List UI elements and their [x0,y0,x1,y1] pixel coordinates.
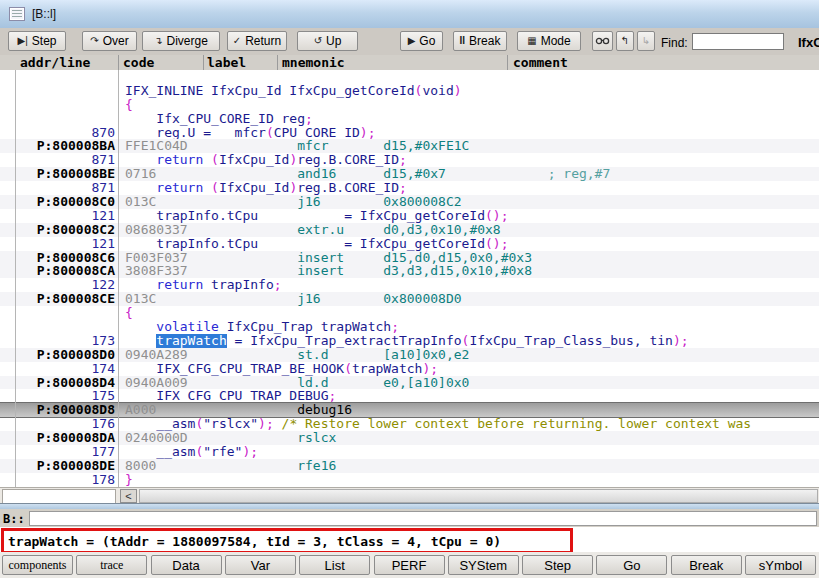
code-segment: __asm [125,417,195,431]
window-title: [B::l] [32,7,56,21]
return-button[interactable]: ✓Return [227,31,287,51]
code-row[interactable]: 121 trapInfo.tCpu = IfxCpu_getCoreId(); [0,237,819,251]
softkey-system[interactable]: SYStem [448,555,519,575]
forward-arrow-button[interactable]: ↳ [637,31,655,51]
command-input[interactable] [29,511,817,526]
code-row[interactable]: 871 return (IfxCpu_Id)reg.B.CORE_ID; [0,153,819,167]
softkey-trace[interactable]: trace [76,555,147,575]
code-row[interactable]: 870 reg.U = __mfcr(CPU_CORE_ID); [0,126,819,140]
code-row[interactable]: 176 __asm("rslcx"); /* Restore lower con… [0,417,819,431]
toolbar-button-label: Go [419,34,435,48]
up-icon: ↺ [314,36,322,46]
code-row[interactable]: 177 __asm("rfe"); [0,445,819,459]
code-row[interactable]: 173 trapWatch = IfxCpu_Trap_extractTrapI… [0,334,819,348]
code-text: reg.U = __mfcr(CPU_CORE_ID); [118,126,819,140]
over-button[interactable]: ↷Over [82,31,137,51]
code-row[interactable]: { [0,306,819,320]
code-row[interactable]: P:800008CA3808F337 insert d3,d3,d15,0x10… [0,264,819,278]
code-row[interactable]: IFX_INLINE IfxCpu_Id IfxCpu_getCoreId(vo… [0,84,819,98]
softkey-data[interactable]: Data [151,555,222,575]
code-segment: IfxCpu_Id [219,153,289,167]
code-segment [125,334,156,348]
addr-column-divider [118,70,119,487]
code-row[interactable]: 121 trapInfo.tCpu = IfxCpu_getCoreId(); [0,209,819,223]
step-icon: ▶| [18,36,28,46]
diverge-button[interactable]: ↴Diverge [142,31,220,51]
toolbar-overflow-text: IfxC [798,35,819,50]
code-row[interactable]: P:800008D40940A009 ld.d e0,[a10]0x0 [0,376,819,390]
toolbar-button-label: Return [245,34,281,48]
code-text: { [118,98,819,112]
window-titlebar[interactable]: [B::l] [0,0,819,29]
code-row[interactable]: 175 IFX_CFG_CPU_TRAP_DEBUG; [0,389,819,403]
code-segment: 013C [125,292,156,306]
code-segment: ; [399,153,407,167]
code-row[interactable]: P:800008C0013C j16 0x800008C2 [0,195,819,209]
code-row[interactable]: P:800008D00940A289 st.d [a10]0x0,e2 [0,348,819,362]
code-segment: ); [422,362,438,376]
code-row[interactable]: 178} [0,473,819,487]
code-row[interactable]: P:800008CE013C j16 0x800008D0 [0,292,819,306]
code-row[interactable]: P:800008C208680337 extr.u d0,d3,0x10,#0x… [0,223,819,237]
code-segment: FFE1C04D [125,139,188,153]
code-row[interactable]: { [0,98,819,112]
addr-cell: 121 [15,237,118,251]
code-text [118,70,819,84]
code-segment: ( [344,362,352,376]
break-button[interactable]: IIBreak [453,31,507,51]
code-row[interactable]: volatile IfxCpu_Trap trapWatch; [0,320,819,334]
variable-watch-output: trapWatch = (tAddr = 1880097584, tId = 3… [4,534,501,549]
softkey-break[interactable]: Break [671,555,742,575]
softkey-list[interactable]: List [299,555,370,575]
up-button[interactable]: ↺Up [297,31,358,51]
mode-button[interactable]: ▦Mode [517,31,581,51]
scroll-left-button[interactable]: < [120,489,137,503]
find-input[interactable] [692,33,784,50]
variable-watch-highlight: trapWatch = (tAddr = 1880097584, tId = 3… [1,528,573,554]
step-button[interactable]: ▶|Step [8,31,66,51]
code-row[interactable]: P:800008DA0240000D rslcx [0,431,819,445]
softkey-step[interactable]: Step [522,555,593,575]
code-row[interactable]: 871 return (IfxCpu_Id)reg.B.CORE_ID; [0,181,819,195]
code-row[interactable]: P:800008BAFFE1C04D mfcr d15,#0xFE1C [0,139,819,153]
code-row[interactable]: 122 return trapInfo; [0,278,819,292]
code-segment: return [156,181,203,195]
scrollbar-left-panel [2,489,116,504]
softkey-go[interactable]: Go [596,555,667,575]
code-row[interactable]: P:800008BE0716 and16 d15,#0x7 ; reg,#7 [0,167,819,181]
back-arrow-button[interactable]: ↰ [616,31,634,51]
addr-cell: P:800008DA [15,431,118,445]
toolbar: Find: IfxC ▶|Step↷Over↴Diverge✓Return↺Up… [0,28,819,56]
softkey-components[interactable]: components [2,555,73,575]
code-segment: IfxCpu_Trap trapWatch [219,320,391,334]
code-text: trapWatch = IfxCpu_Trap_extractTrapInfo(… [118,334,819,348]
code-row[interactable]: P:800008C6F003F037 insert d15,d0,d15,0x0… [0,251,819,265]
code-row[interactable]: P:800008DE8000 rfe16 [0,459,819,473]
code-row[interactable] [0,70,819,84]
code-segment [125,278,156,292]
glasses-button[interactable] [592,31,613,51]
softkey-perf[interactable]: PERF [374,555,445,575]
current-pc-row[interactable]: P:800008D8A000 debug16 [0,403,819,417]
code-text: return (IfxCpu_Id)reg.B.CORE_ID; [118,181,819,195]
code-segment: 08680337 [125,223,188,237]
code-segment: IFX_INLINE IfxCpu_Id IfxCpu_getCoreId [125,84,415,98]
code-segment: j16 0x800008D0 [156,292,461,306]
softkey-symbol[interactable]: sYmbol [745,555,816,575]
scrollbar-track[interactable] [139,489,818,503]
softkey-var[interactable]: Var [225,555,296,575]
code-segment: (); [485,209,508,223]
code-row[interactable]: Ifx_CPU_CORE_ID reg; [0,112,819,126]
trace32-debugger: [B::l] Find: IfxC ▶|Step↷Over↴Diverge✓Re… [0,0,819,578]
code-row[interactable]: 174 IFX_CFG_CPU_TRAP_BE_HOOK(trapWatch); [0,362,819,376]
go-button[interactable]: ▶Go [400,31,443,51]
toolbar-button-label: Break [469,34,500,48]
column-header: addr/linecodelabelmnemoniccomment [0,55,819,71]
column-header-code: code [123,55,154,70]
code-segment: { [125,306,133,320]
code-text: 8000 rfe16 [118,459,819,473]
code-segment: 8000 [125,459,156,473]
code-segment: IfxCpu_Trap_Class_bus, tin [469,334,673,348]
horizontal-scrollbar[interactable]: < [0,487,819,504]
code-text: return trapInfo; [118,278,819,292]
